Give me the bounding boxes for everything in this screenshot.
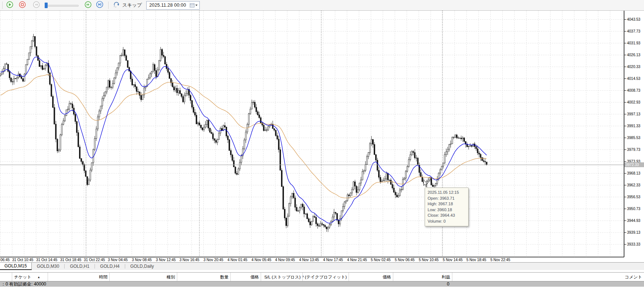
calendar-dropdown-button[interactable] [189, 3, 198, 8]
time-axis-label: 4 Nov 09:45 [275, 258, 295, 262]
tooltip-line: Open: 3963.71 [428, 196, 466, 202]
price-axis-label: 3956.53 [627, 195, 644, 199]
status-profit-total: 0 [415, 281, 449, 287]
tab-gold-daily[interactable]: GOLD,Daily [125, 263, 159, 270]
time-axis-label: 4 Nov 21:45 [347, 258, 367, 262]
price-axis-label: 4008.73 [627, 89, 644, 92]
bid-price-badge: 3972.33 [624, 162, 644, 167]
price-axis-label: 3985.53 [627, 136, 644, 140]
price-axis-label: 3933.33 [627, 243, 644, 246]
price-axis-label: 4031.93 [627, 41, 644, 45]
skip-to-end-icon [96, 1, 103, 10]
rewind-button[interactable] [31, 1, 41, 10]
mouse-cursor-icon [423, 180, 428, 189]
chart-area[interactable]: 4043.534037.734031.934026.134020.334014.… [0, 11, 644, 262]
fast-forward-button[interactable] [83, 1, 93, 10]
skip-date-value: 2025.11.28 00:00 [149, 3, 186, 8]
fast-forward-icon [85, 1, 92, 10]
price-axis-label: 3991.33 [627, 124, 644, 128]
stop-icon [19, 1, 26, 10]
price-axis-label: 3997.13 [627, 112, 644, 116]
time-axis-label: 31 Oct 22:45 [84, 258, 105, 262]
time-axis-label: 5 Nov 18:45 [466, 258, 486, 262]
stop-button[interactable] [17, 1, 27, 10]
time-axis-label: 3 Nov 20:45 [203, 258, 223, 262]
rewind-icon [33, 1, 40, 10]
play-button[interactable] [5, 1, 14, 10]
time-axis-label: 31 Oct 10:45 [12, 258, 33, 262]
candlestick-chart[interactable] [0, 11, 644, 257]
tab-gold-m30[interactable]: GOLD,M30 [32, 263, 65, 270]
skip-label: スキップ [122, 2, 142, 9]
price-axis-label: 3968.13 [627, 172, 644, 175]
price-axis-label: 3939.13 [627, 231, 644, 234]
time-axis-label: 31 Oct 18:45 [60, 258, 81, 262]
time-axis-label: 4 Nov 05:45 [251, 258, 271, 262]
time-axis-label: 06:45 [0, 258, 10, 262]
trade-table-header-row: チケット▲時間種別数量価格S/L (ストップロス)T/P (テイクプロフィット)… [0, 272, 644, 281]
time-axis-label: 3 Nov 08:45 [132, 258, 152, 262]
column-header[interactable] [0, 273, 12, 281]
price-axis-label: 3979.73 [627, 148, 644, 152]
column-header-数量[interactable]: 数量 [177, 273, 231, 281]
price-axis-label: 3944.93 [627, 219, 644, 223]
chevron-down-icon [195, 4, 198, 7]
column-header-S/L (ストップロス)[interactable]: S/L (ストップロス) [261, 273, 303, 281]
skip-to-end-button[interactable] [95, 1, 105, 10]
tooltip-line: 2025.11.05 12:15 [428, 190, 466, 196]
time-axis-label: 4 Nov 17:45 [323, 258, 343, 262]
price-axis-label: 4020.33 [627, 65, 644, 69]
time-axis-label: 4 Nov 13:45 [299, 258, 319, 262]
column-header-チケット[interactable]: チケット▲ [12, 273, 48, 281]
chart-tabs-bar: GOLD,M15GOLD,M30GOLD,H1GOLD,H4GOLD,Daily [0, 262, 644, 270]
time-axis-label: 31 Oct 14:45 [36, 258, 57, 262]
time-axis-label: 5 Nov 06:45 [395, 258, 415, 262]
column-header-コメント[interactable]: コメント [452, 273, 644, 281]
calendar-icon [190, 3, 195, 8]
tab-gold-h1[interactable]: GOLD,H1 [65, 263, 95, 270]
speed-slider[interactable] [42, 1, 79, 10]
skip-control[interactable]: スキップ [113, 1, 142, 9]
speed-slider-thumb[interactable] [45, 3, 48, 8]
time-axis-label: 4 Nov 01:45 [227, 258, 247, 262]
price-axis-label: 4026.13 [627, 53, 644, 57]
tab-gold-m15[interactable]: GOLD,M15 [0, 263, 32, 270]
tooltip-line: Low: 3960.18 [428, 207, 466, 213]
column-header-価格[interactable]: 価格 [349, 273, 393, 281]
column-header-種別[interactable]: 種別 [110, 273, 177, 281]
trade-table: チケット▲時間種別数量価格S/L (ストップロス)T/P (テイクプロフィット)… [0, 270, 644, 281]
time-axis-label: 5 Nov 10:45 [419, 258, 439, 262]
time-axis-label: 3 Nov 16:45 [179, 258, 199, 262]
price-axis-label: 4014.53 [627, 77, 644, 81]
status-bar: ：0 有効証拠金: 40000 0 [0, 281, 644, 287]
tooltip-line: Close: 3964.43 [428, 213, 466, 219]
column-header-T/P (テイクプロフィット)[interactable]: T/P (テイクプロフィット) [303, 273, 349, 281]
column-header-時間[interactable]: 時間 [48, 273, 110, 281]
time-axis-label: 5 Nov 02:45 [371, 258, 391, 262]
price-axis-label: 3962.33 [627, 183, 644, 187]
price-axis-label: 4043.53 [627, 18, 644, 21]
time-axis-label: 5 Nov 14:45 [443, 258, 463, 262]
toolbar-divider [108, 1, 109, 9]
tooltip-line: High: 3967.18 [428, 201, 466, 207]
tab-gold-h4[interactable]: GOLD,H4 [95, 263, 125, 270]
status-equity-text: ：0 有効証拠金: 40000 [1, 281, 46, 287]
tooltip-line: Volume: 0 [428, 219, 466, 224]
column-header-利益[interactable]: 利益 [393, 273, 452, 281]
skip-icon [113, 1, 120, 9]
price-axis-label: 4002.93 [627, 101, 644, 104]
price-axis-label: 4037.73 [627, 30, 644, 33]
sort-asc-icon: ▲ [37, 276, 40, 279]
toolbar-divider [2, 1, 3, 9]
ohlc-tooltip: 2025.11.05 12:15Open: 3963.71High: 3967.… [425, 188, 469, 226]
play-icon [6, 1, 13, 10]
column-header-価格[interactable]: 価格 [231, 273, 261, 281]
skip-date-input[interactable]: 2025.11.28 00:00 [146, 1, 200, 10]
tester-toolbar: スキップ 2025.11.28 00:00 [0, 0, 644, 11]
time-axis-label: 3 Nov 12:45 [156, 258, 176, 262]
speed-slider-groove [45, 5, 79, 7]
time-axis-label: 3 Nov 04:45 [108, 258, 128, 262]
price-axis-label: 3950.73 [627, 207, 644, 211]
time-axis-label: 5 Nov 22:45 [490, 258, 510, 262]
